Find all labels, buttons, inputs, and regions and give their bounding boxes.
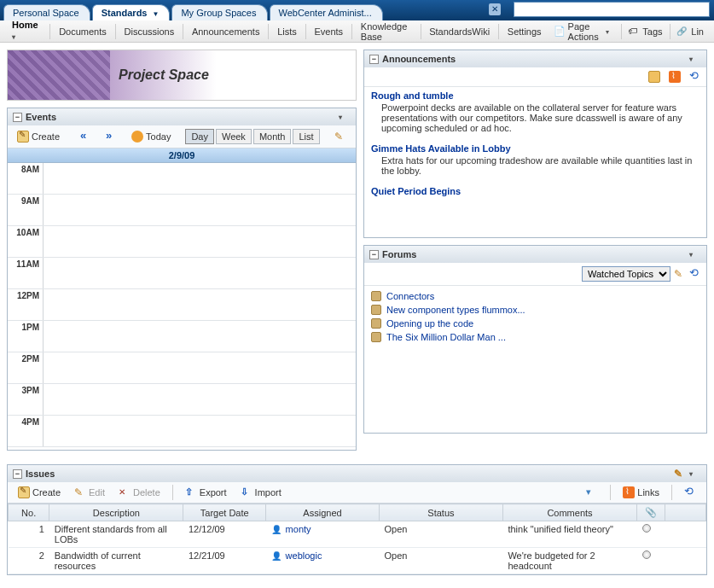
panel-menu-icon[interactable] — [689, 53, 701, 65]
forum-topic[interactable]: New component types flummox... — [371, 303, 699, 317]
next-button[interactable] — [100, 128, 124, 145]
time-label: 4PM — [8, 416, 44, 446]
table-row[interactable]: 2 Bandwidth of current resources 12/21/0… — [9, 548, 706, 574]
forum-topic[interactable]: Opening up the code — [371, 317, 699, 330]
cell-attach[interactable] — [637, 521, 665, 548]
panel-menu-icon[interactable] — [339, 111, 351, 123]
prev-button[interactable] — [74, 128, 98, 145]
refresh-icon[interactable] — [689, 71, 701, 83]
nav-announcements[interactable]: Announcements — [185, 26, 267, 37]
label: Export — [200, 487, 227, 498]
tab-standards[interactable]: Standards ▼ — [92, 4, 171, 20]
topic-link[interactable]: Opening up the code — [386, 318, 473, 329]
forum-topic[interactable]: The Six Million Dollar Man ... — [371, 330, 699, 344]
nav-events[interactable]: Events — [307, 26, 350, 37]
forum-topic[interactable]: Connectors — [371, 289, 699, 303]
links-label: Lin — [691, 26, 704, 37]
tags-link[interactable]: Tags — [623, 26, 667, 38]
forum-filter-select[interactable]: Watched Topics — [582, 266, 670, 282]
user-icon — [271, 550, 283, 562]
collapse-toggle[interactable]: − — [13, 113, 22, 122]
announcement-title[interactable]: Rough and tumble — [371, 90, 454, 101]
col-target-date[interactable]: Target Date — [183, 504, 266, 521]
pencil-icon[interactable] — [674, 268, 686, 280]
col-comments[interactable]: Comments — [502, 504, 636, 521]
time-slot[interactable] — [44, 321, 356, 352]
nav-standards-wiki[interactable]: StandardsWiki — [422, 26, 496, 37]
time-slot[interactable] — [44, 258, 356, 288]
collapse-toggle[interactable]: − — [369, 250, 379, 259]
view-month-button[interactable]: Month — [253, 129, 292, 144]
announcement-title[interactable]: Gimme Hats Available in Lobby — [371, 143, 511, 154]
announcement-body: Powerpoint decks are available on the co… — [371, 101, 699, 133]
topic-link[interactable]: The Six Million Dollar Man ... — [386, 332, 506, 342]
tab-my-group-spaces[interactable]: My Group Spaces — [171, 4, 267, 20]
time-slot[interactable] — [44, 163, 356, 194]
time-slot[interactable] — [44, 384, 356, 415]
global-search-input[interactable] — [514, 2, 710, 17]
panel-title: Events — [26, 112, 56, 122]
view-day-button[interactable]: Day — [185, 129, 214, 144]
tab-webcenter-admin[interactable]: WebCenter Administ... — [270, 4, 383, 20]
create-event-button[interactable]: Create — [11, 128, 66, 145]
home-menu[interactable]: Home — [5, 20, 48, 42]
cell-assigned: weblogic — [266, 548, 380, 574]
topic-icon — [371, 305, 381, 315]
create-icon — [17, 131, 29, 143]
edit-issue-button[interactable]: Edit — [69, 485, 110, 500]
edit-button[interactable] — [328, 128, 352, 145]
topic-link[interactable]: New component types flummox... — [386, 305, 525, 315]
view-week-button[interactable]: Week — [216, 129, 252, 144]
col-attachment[interactable]: 📎 — [637, 504, 665, 521]
cell-comments: think "unified field theory" — [502, 521, 636, 548]
pencil-icon — [334, 131, 346, 143]
nav-knowledge-base[interactable]: Knowledge Base — [354, 21, 419, 42]
announcement-title[interactable]: Quiet Period Begins — [371, 186, 461, 196]
time-slot[interactable] — [44, 226, 356, 257]
pencil-icon[interactable] — [674, 468, 686, 480]
issues-panel: − Issues Create Edit Delete Export Impor… — [7, 464, 707, 575]
nav-lists[interactable]: Lists — [270, 26, 304, 37]
refresh-button[interactable] — [679, 485, 701, 500]
delete-issue-button[interactable]: Delete — [113, 485, 165, 500]
rss-icon[interactable] — [669, 71, 681, 83]
label: Delete — [133, 487, 160, 498]
filter-button[interactable] — [581, 485, 603, 500]
tab-personal-space[interactable]: Personal Space — [3, 4, 90, 20]
create-issue-button[interactable]: Create — [13, 485, 66, 500]
topic-link[interactable]: Connectors — [386, 291, 434, 301]
export-button[interactable]: Export — [180, 485, 232, 500]
folder-icon[interactable] — [648, 71, 660, 83]
collapse-toggle[interactable]: − — [369, 55, 379, 64]
panel-menu-icon[interactable] — [689, 248, 701, 260]
time-slot[interactable] — [44, 289, 356, 320]
close-tab-button[interactable]: ✕ — [489, 3, 501, 15]
time-slot[interactable] — [44, 352, 356, 383]
collapse-toggle[interactable]: − — [13, 469, 22, 479]
col-description[interactable]: Description — [49, 504, 183, 521]
assigned-link[interactable]: weblogic — [286, 550, 322, 561]
announcement-item: Rough and tumble Powerpoint decks are av… — [364, 87, 706, 140]
calendar-grid[interactable]: 8AM 9AM 10AM 11AM 12PM 1PM 2PM 3PM 4PM — [8, 163, 356, 450]
nav-discussions[interactable]: Discussions — [118, 26, 182, 37]
time-slot[interactable] — [44, 195, 356, 225]
view-list-button[interactable]: List — [293, 129, 319, 144]
assigned-link[interactable]: monty — [286, 524, 311, 534]
nav-settings[interactable]: Settings — [501, 26, 549, 37]
cell-description: Different standards from all LOBs — [49, 521, 183, 548]
today-button[interactable]: Today — [125, 128, 177, 145]
time-slot[interactable] — [44, 416, 356, 446]
col-no[interactable]: No. — [9, 504, 49, 521]
table-row[interactable]: 1 Different standards from all LOBs 12/1… — [9, 521, 706, 548]
time-label: 10AM — [8, 226, 44, 257]
cell-attach[interactable] — [637, 548, 665, 574]
page-actions-menu[interactable]: Page Actions — [549, 21, 619, 42]
links-link[interactable]: Lin — [671, 26, 709, 38]
col-status[interactable]: Status — [379, 504, 502, 521]
nav-documents[interactable]: Documents — [52, 26, 113, 37]
rss-links-button[interactable]: Links — [618, 485, 665, 500]
import-button[interactable]: Import — [235, 485, 287, 500]
col-assigned[interactable]: Assigned — [266, 504, 380, 521]
panel-menu-icon[interactable] — [689, 468, 701, 480]
refresh-icon[interactable] — [689, 268, 701, 280]
